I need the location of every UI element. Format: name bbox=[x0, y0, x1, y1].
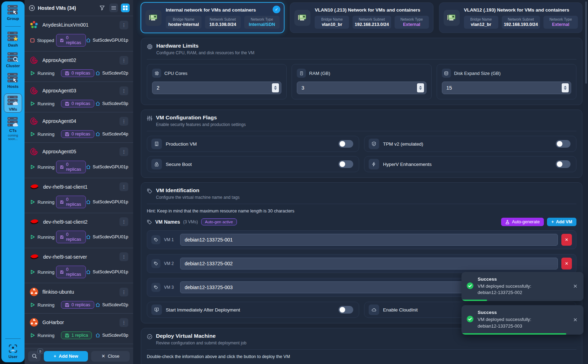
running-play-icon bbox=[30, 234, 35, 239]
vm-name-input[interactable] bbox=[180, 234, 558, 246]
rail-item-vms[interactable]: VMs bbox=[4, 93, 22, 113]
network-card-vlan10[interactable]: VLAN10 (.213) Network for VMs and contai… bbox=[290, 2, 433, 33]
vm-name-input[interactable] bbox=[180, 258, 558, 270]
vm-menu-button[interactable]: ⋮ bbox=[119, 288, 128, 296]
rail-item-user[interactable]: User bbox=[8, 344, 18, 359]
vm-list-item[interactable]: flinkiso-ubuntu ⋮ Running 0 replicas bbox=[25, 283, 133, 314]
home-icon bbox=[86, 38, 91, 43]
number-stepper[interactable] bbox=[417, 83, 424, 92]
network-subnet-chip: Network Subnet10.0.108.0/24 bbox=[205, 16, 241, 29]
remove-vm-button[interactable]: ✕ bbox=[561, 234, 572, 246]
vm-menu-button[interactable]: ⋮ bbox=[119, 117, 128, 126]
floppy-icon bbox=[60, 270, 64, 274]
tpm-toggle[interactable] bbox=[556, 140, 570, 148]
vm-list-item[interactable]: ApproxAgent05 ⋮ Running 0 replicas bbox=[25, 143, 133, 178]
servers-cloud-icon bbox=[7, 117, 19, 127]
ram-field: RAM (GB) bbox=[292, 64, 431, 99]
vm-host-text: SutScdevGPU01p bbox=[93, 38, 128, 43]
secure-boot-toggle[interactable] bbox=[339, 160, 353, 168]
network-card-internal[interactable]: ✓ Internal network for VMs and container… bbox=[141, 2, 284, 33]
replicas-text: 0 replicas bbox=[71, 302, 90, 307]
rail-item-dash[interactable]: Dash bbox=[7, 31, 19, 47]
rail-item-cts[interactable]: CTs coming soon... bbox=[5, 117, 21, 141]
zap-icon bbox=[369, 159, 379, 169]
number-stepper[interactable] bbox=[272, 83, 279, 92]
rail-item-group[interactable]: Group bbox=[7, 5, 19, 21]
production-vm-toggle-row: Production VM bbox=[147, 136, 359, 152]
cpu-icon bbox=[152, 69, 161, 78]
vm-list-item[interactable]: ApproxAgent02 ⋮ Running 0 replicas bbox=[25, 51, 133, 82]
rail-item-hosts[interactable]: Hosts bbox=[7, 73, 19, 89]
disk-input-box bbox=[442, 82, 571, 94]
bridge-name-label: Bridge Name bbox=[466, 17, 496, 21]
vm-list-item[interactable]: GoHarbor ⋮ Running 1 replica bbox=[25, 314, 133, 344]
add-vm-label: Add VM bbox=[556, 219, 572, 224]
ram-input[interactable] bbox=[301, 85, 417, 91]
vm-menu-button[interactable]: ⋮ bbox=[119, 21, 128, 29]
vm-list-item[interactable]: dev-rhel9-sat-client2 ⋮ Running 0 replic… bbox=[25, 213, 133, 248]
add-new-button[interactable]: +Add New bbox=[44, 351, 88, 362]
vm-name: dev-rhel9-sat-client2 bbox=[43, 219, 116, 225]
scrollbar-thumb[interactable] bbox=[585, 1, 587, 84]
cpu-cores-input[interactable] bbox=[157, 85, 272, 91]
toast-close-icon[interactable]: ✕ bbox=[572, 283, 579, 289]
vm-menu-button[interactable]: ⋮ bbox=[119, 217, 128, 226]
success-toast: Success VM deployed successfully:debian1… bbox=[461, 305, 583, 335]
replicas-badge: 1 replica bbox=[61, 331, 92, 339]
disk-input[interactable] bbox=[446, 85, 562, 91]
vm-list-item[interactable]: ApproxAgent03 ⋮ Running 0 replicas bbox=[25, 82, 133, 112]
grid-view-button[interactable] bbox=[121, 4, 130, 12]
toast-close-icon[interactable]: ✕ bbox=[572, 317, 579, 323]
plus-icon: + bbox=[54, 354, 56, 359]
network-card-vlan12[interactable]: VLAN12 (.193) Network for VMs and contai… bbox=[439, 2, 582, 33]
vm-menu-button[interactable]: ⋮ bbox=[119, 56, 128, 65]
vm-status-text: Running bbox=[37, 234, 54, 240]
start-immediately-toggle[interactable] bbox=[339, 306, 353, 314]
search-button[interactable]: S bbox=[28, 351, 41, 362]
production-vm-toggle[interactable] bbox=[339, 140, 353, 148]
vm-list-item[interactable]: dev-rhel9-sat-client1 ⋮ Running 0 replic… bbox=[25, 178, 133, 213]
vm-menu-button[interactable]: ⋮ bbox=[119, 318, 128, 327]
hyperv-toggle[interactable] bbox=[556, 160, 570, 168]
subnet-value: 192.168.193.0/24 bbox=[504, 22, 538, 27]
deploy-note: Double-check the information above and c… bbox=[147, 354, 576, 359]
vm-host-text: SutScdevGPU01p bbox=[93, 270, 128, 274]
vm-menu-button[interactable]: ⋮ bbox=[119, 182, 128, 191]
vm-name-row: VM 1 ✕ bbox=[147, 230, 576, 249]
vm-status: Running bbox=[30, 132, 61, 137]
replicas-badge: 0 replicas bbox=[61, 130, 94, 138]
auto-generate-button[interactable]: Auto-generate bbox=[501, 218, 544, 226]
nav-rail: Group Dash Cluster Hosts VMs CTs coming … bbox=[1, 1, 25, 362]
filter-button[interactable] bbox=[98, 4, 107, 12]
running-play-icon bbox=[30, 71, 35, 76]
vm-list-item[interactable]: dev-rhel9-sat-server ⋮ Running 0 replica… bbox=[25, 248, 133, 283]
running-play-icon bbox=[30, 164, 35, 169]
rail-divider bbox=[5, 338, 21, 339]
sidebar-title: Hosted VMs (34) bbox=[38, 5, 95, 11]
vm-list-item[interactable]: AnydeskLinuxVm001 ⋮ Stopped 0 replicas bbox=[25, 16, 133, 51]
close-icon: ✕ bbox=[102, 354, 105, 359]
vm-menu-button[interactable]: ⋮ bbox=[119, 147, 128, 156]
vm-flags-panel: VM Configuration FlagsEnable security fe… bbox=[141, 110, 582, 178]
number-stepper[interactable] bbox=[562, 83, 569, 92]
home-icon bbox=[86, 270, 91, 274]
rail-item-cluster[interactable]: Cluster bbox=[6, 52, 20, 68]
toggle-label: HyperV Enhancements bbox=[383, 162, 552, 167]
toast-progress-bar bbox=[461, 300, 487, 301]
vm-menu-button[interactable]: ⋮ bbox=[119, 252, 128, 261]
list-view-button[interactable] bbox=[109, 4, 118, 12]
vm-menu-button[interactable]: ⋮ bbox=[119, 86, 128, 95]
vm-status: Running bbox=[30, 164, 56, 170]
vm-list-item[interactable]: ApproxAgent04 ⋮ Running 0 replicas bbox=[25, 112, 133, 143]
plus-icon: + bbox=[551, 219, 554, 224]
close-button[interactable]: ✕Close bbox=[91, 351, 130, 362]
running-play-icon bbox=[30, 302, 35, 307]
network-type-chip: Network TypeExternal bbox=[543, 16, 578, 29]
add-vm-button[interactable]: +Add VM bbox=[547, 218, 576, 226]
vm-status: Running bbox=[30, 270, 56, 275]
network-adapter-icon bbox=[444, 10, 460, 26]
multicolor-linux-logo-icon bbox=[29, 20, 39, 29]
toast-vm-name: debian12-133725-002 bbox=[478, 290, 522, 295]
vm-name: flinkiso-ubuntu bbox=[42, 289, 116, 295]
remove-vm-button[interactable]: ✕ bbox=[561, 258, 572, 270]
